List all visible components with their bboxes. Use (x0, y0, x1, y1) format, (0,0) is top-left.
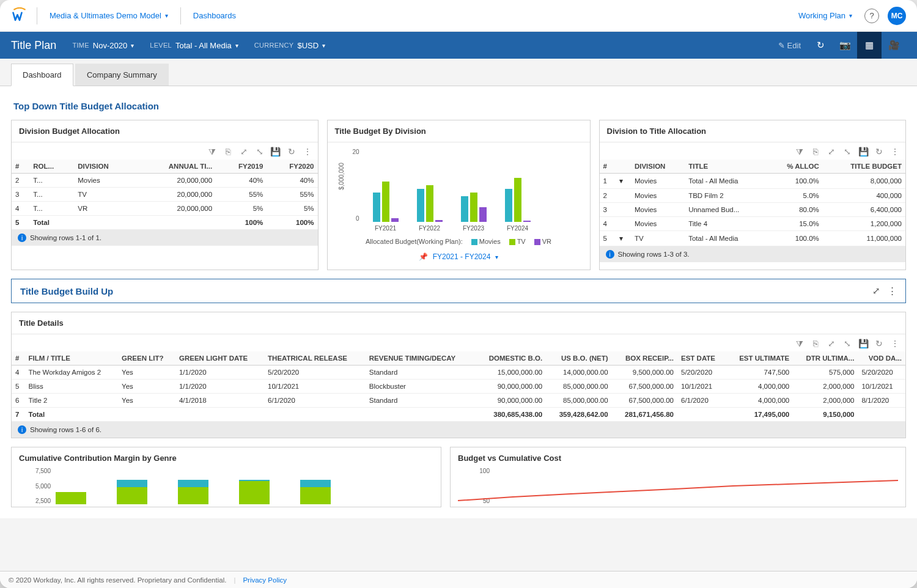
table-row[interactable]: 1▾MoviesTotal - All Media100.0%8,000,000 (600, 174, 906, 189)
refresh-icon[interactable]: ↻ (286, 146, 297, 157)
expand-icon[interactable]: ⤢ (238, 146, 249, 157)
refresh-icon[interactable]: ↻ (874, 146, 885, 157)
card-budget-vs-cost: Budget vs Cumulative Cost 10050 (450, 447, 906, 507)
caret-down-icon: ▾ (131, 42, 134, 49)
caret-down-icon: ▾ (322, 42, 325, 49)
chart-legend: Allocated Budget(Working Plan): Movies T… (335, 222, 583, 249)
grid-view-button[interactable]: ▦ (857, 32, 882, 59)
caret-down-icon: ▾ (495, 254, 498, 260)
card-title: Division to Title Allocation (600, 120, 906, 142)
table-row[interactable]: 4The Workday Amigos 2Yes1/1/20205/20/202… (12, 366, 905, 380)
kebab-icon[interactable]: ⋮ (302, 146, 313, 157)
save-icon[interactable]: 💾 (270, 146, 281, 157)
tab-company-summary[interactable]: Company Summary (75, 64, 169, 86)
model-selector[interactable]: Media & Ultimates Demo Model ▾ (46, 9, 172, 23)
table-row[interactable]: 7Total380,685,438.00359,428,642.00281,67… (12, 408, 905, 422)
workday-logo-icon[interactable] (11, 7, 28, 24)
pin-icon: 📌 (419, 252, 428, 261)
refresh-button[interactable]: ↻ (808, 32, 833, 59)
card-footer: i Showing rows 1-1 of 1. (12, 230, 318, 246)
copy-icon[interactable]: ⎘ (810, 146, 821, 157)
copy-icon[interactable]: ⎘ (810, 338, 821, 349)
tab-dashboard[interactable]: Dashboard (11, 64, 73, 86)
bar (514, 178, 521, 222)
table-row[interactable]: 5BlissYes1/1/202010/1/2021Blockbuster90,… (12, 380, 905, 394)
table-row[interactable]: 4MoviesTitle 415.0%1,200,000 (600, 217, 906, 231)
stack-bar (239, 480, 270, 504)
card-title: Title Details (12, 312, 905, 334)
currency-selector[interactable]: CURRENCY $USD ▾ (254, 41, 325, 50)
table-header-row: # ROL... DIVISION ANNUAL TI... FY2019 FY… (12, 160, 318, 174)
caret-down-icon: ▾ (849, 12, 852, 19)
stack-bar (178, 480, 208, 504)
section-header-title-budget-build-up: Title Budget Build Up ⤢ ⋮ (11, 279, 906, 303)
video-button[interactable]: 🎥 (882, 32, 906, 59)
topbar: Media & Ultimates Demo Model ▾ Dashboard… (0, 0, 917, 32)
date-range-selector[interactable]: 📌 FY2021 - FY2024 ▾ (335, 249, 583, 267)
dba-table: # ROL... DIVISION ANNUAL TI... FY2019 FY… (12, 160, 318, 230)
bar (505, 189, 512, 222)
filter-icon[interactable]: ⧩ (207, 146, 218, 157)
expand-icon[interactable]: ⤢ (826, 146, 837, 157)
table-row[interactable]: 3T...TV20,000,00055%55% (12, 188, 318, 202)
table-row[interactable]: 2MoviesTBD Film 25.0%400,000 (600, 189, 906, 203)
filter-icon[interactable]: ⧩ (794, 146, 805, 157)
bar (382, 182, 389, 222)
table-row[interactable]: 5Total100%100% (12, 216, 318, 230)
bar-group (373, 149, 399, 222)
kebab-icon[interactable]: ⋮ (888, 285, 897, 296)
edit-button[interactable]: ✎ Edit (771, 32, 808, 59)
bar (470, 193, 477, 222)
save-icon[interactable]: 💾 (858, 146, 869, 157)
user-avatar[interactable]: MC (888, 7, 906, 25)
bar-chart (363, 149, 583, 222)
table-row[interactable]: 5▾TVTotal - All Media100.0%11,000,000 (600, 231, 906, 246)
card-footer: i Showing rows 1-6 of 6. (12, 422, 905, 438)
refresh-icon[interactable]: ↻ (874, 338, 885, 349)
card-ccm-by-genre: Cumulative Contribution Margin by Genre … (11, 447, 441, 507)
toolbar-blue: Title Plan TIME Nov-2020 ▾ LEVEL Total -… (0, 32, 917, 59)
model-name: Media & Ultimates Demo Model (50, 11, 161, 20)
maximize-icon[interactable]: ⤢ (872, 285, 880, 296)
footer: © 2020 Workday, Inc. All rights reserved… (0, 571, 917, 588)
kebab-icon[interactable]: ⋮ (889, 146, 900, 157)
time-selector[interactable]: TIME Nov-2020 ▾ (72, 41, 134, 50)
bar-group (461, 149, 487, 222)
collapse-icon[interactable]: ⤡ (254, 146, 265, 157)
collapse-icon[interactable]: ⤡ (842, 338, 853, 349)
bar-group (505, 149, 531, 222)
kebab-icon[interactable]: ⋮ (889, 338, 900, 349)
card-title: Title Budget By Division (328, 120, 590, 142)
divider (180, 7, 181, 24)
help-icon[interactable]: ? (864, 9, 879, 23)
collapse-icon[interactable]: ⤡ (842, 146, 853, 157)
level-selector[interactable]: LEVEL Total - All Media ▾ (150, 41, 238, 50)
details-table: #FILM / TITLEGREEN LIT?GREEN LIGHT DATET… (12, 351, 905, 422)
bar (523, 221, 531, 222)
table-row[interactable]: 3MoviesUnnamed Bud...80.0%6,400,000 (600, 203, 906, 217)
card-division-budget-allocation: Division Budget Allocation ⧩ ⎘ ⤢ ⤡ 💾 ↻ ⋮… (11, 120, 319, 270)
bar (479, 207, 487, 222)
info-icon: i (606, 250, 614, 259)
expand-icon[interactable]: ⤢ (826, 338, 837, 349)
breadcrumb-dashboards[interactable]: Dashboards (190, 9, 240, 23)
filter-icon[interactable]: ⧩ (794, 338, 805, 349)
camera-button[interactable]: 📷 (833, 32, 857, 59)
card-title-details: Title Details ⧩ ⎘ ⤢ ⤡ 💾 ↻ ⋮ #FILM / TITL… (11, 312, 906, 438)
line-chart (458, 468, 898, 504)
save-icon[interactable]: 💾 (858, 338, 869, 349)
bar (417, 189, 424, 222)
bar (391, 218, 399, 222)
plan-selector[interactable]: Working Plan ▾ (795, 9, 856, 23)
info-icon: i (18, 233, 26, 242)
table-row[interactable]: 4T...VR20,000,0005%5% (12, 202, 318, 216)
stacked-bar-chart (19, 468, 433, 504)
table-row[interactable]: 2T...Movies20,000,00040%40% (12, 174, 318, 188)
table-row[interactable]: 6Title 2Yes4/1/20186/1/2020Standard90,00… (12, 394, 905, 408)
copy-icon[interactable]: ⎘ (223, 146, 234, 157)
stack-bar (117, 480, 147, 504)
card-title-budget-by-division: Title Budget By Division $,000,000 200 A… (327, 120, 591, 270)
table-header-row: # DIVISION TITLE % ALLOC TITLE BUDGET (600, 160, 906, 174)
bar (435, 220, 443, 222)
privacy-link[interactable]: Privacy Policy (243, 576, 287, 584)
